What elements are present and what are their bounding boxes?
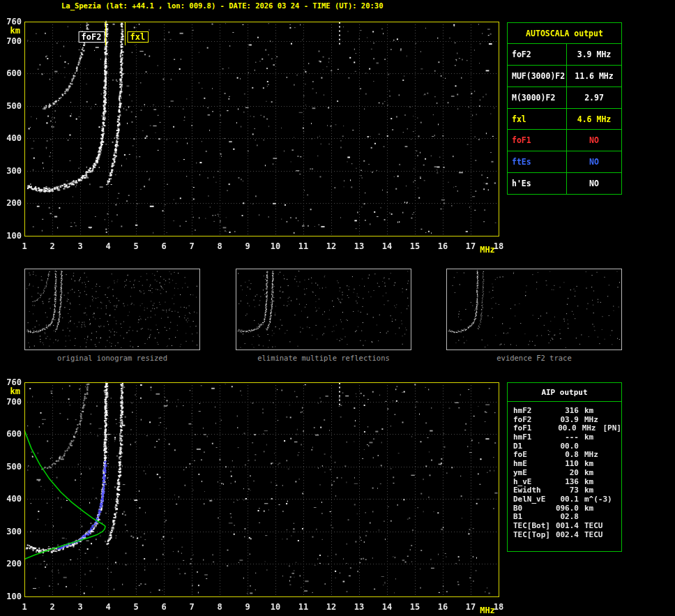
param-name: hmF2 [513, 407, 554, 416]
thumbnail-caption: evidence F2 trace [446, 354, 622, 362]
param-label: MUF(3000)F2 [508, 66, 567, 87]
param-name: DelN_vE [513, 495, 554, 504]
param-name: hmF1 [513, 433, 554, 442]
param-value: 002.4 [554, 531, 579, 540]
table-row: DelN_vE00.1m^(-3) [513, 495, 621, 504]
table-row: hmF1---km [513, 433, 621, 442]
param-value: NO [567, 151, 621, 172]
table-row: TEC[Bot]001.4TECU [513, 522, 621, 531]
param-value: 73 [554, 486, 579, 495]
param-value: 00.1 [554, 495, 579, 504]
thumbnail-caption: original ionogram resized [24, 354, 200, 362]
autoscala-output-panel: AUTOSCALA output foF23.9 MHz MUF(3000)F2… [507, 22, 622, 195]
param-value: 001.4 [554, 522, 579, 531]
param-name: Ewidth [513, 486, 554, 495]
table-row: ftEsNO [508, 151, 621, 173]
aip-output-body: hmF2316km foF203.9MHz foF100.0MHz[PN] hm… [508, 402, 621, 539]
station-title: La_Spezia (lat: +44.1 , lon: 009.8) - DA… [61, 1, 383, 10]
table-row: MUF(3000)F211.6 MHz [508, 66, 621, 87]
param-label: h'Es [508, 173, 567, 194]
param-value: 11.6 MHz [567, 66, 621, 87]
table-row: foF23.9 MHz [508, 44, 621, 66]
param-label: fxl [508, 109, 567, 130]
param-unit: km [584, 486, 593, 495]
profile-ionogram-chart [0, 377, 509, 616]
param-label: M(3000)F2 [508, 87, 567, 108]
param-value: 2.97 [567, 87, 621, 108]
autoscala-window: La_Spezia (lat: +44.1 , lon: 009.8) - DA… [0, 0, 675, 616]
param-name: TEC[Top] [513, 531, 554, 540]
param-name: TEC[Bot] [513, 522, 554, 531]
param-unit: km [584, 504, 593, 513]
thumbnail-f2-trace [446, 269, 622, 350]
table-row: hmE110km [513, 460, 621, 469]
param-name: hmE [513, 460, 554, 469]
autoscala-output-title: AUTOSCALA output [508, 23, 621, 44]
table-row: Ewidth73km [513, 486, 621, 495]
thumbnail-original-ionogram [24, 269, 200, 350]
table-row: foF1NO [508, 130, 621, 151]
param-value: 110 [554, 460, 579, 469]
table-row: TEC[Top]002.4TECU [513, 531, 621, 540]
table-row: fxl4.6 MHz [508, 109, 621, 130]
aip-output-panel: AIP output hmF2316km foF203.9MHz foF100.… [507, 382, 622, 552]
param-label: ftEs [508, 151, 567, 172]
table-row: M(3000)F22.97 [508, 87, 621, 109]
aip-output-title: AIP output [508, 383, 621, 402]
param-label: foF1 [508, 130, 567, 151]
param-unit: km [584, 433, 593, 442]
param-value: 3.9 MHz [567, 44, 621, 65]
param-unit: m^(-3) [584, 495, 612, 504]
param-unit: km [584, 407, 593, 416]
param-value: NO [567, 173, 621, 194]
thumbnail-cleaned-ionogram [236, 269, 411, 350]
param-extra: [PN] [603, 424, 622, 433]
param-unit: TECU [584, 522, 603, 531]
table-row: h'EsNO [508, 173, 621, 194]
main-ionogram-chart [0, 17, 509, 257]
param-value: --- [554, 433, 579, 442]
autoscala-output-body: foF23.9 MHz MUF(3000)F211.6 MHz M(3000)F… [508, 44, 621, 194]
param-value: 4.6 MHz [567, 109, 621, 130]
param-unit: km [584, 469, 593, 478]
param-unit: km [584, 460, 593, 469]
param-unit: TECU [584, 531, 603, 540]
table-row: hmF2316km [513, 407, 621, 416]
param-name: ymE [513, 469, 554, 478]
param-value: 20 [554, 469, 579, 478]
table-row: ymE20km [513, 469, 621, 478]
thumbnail-caption: eliminate multiple reflections [236, 354, 411, 362]
param-label: foF2 [508, 44, 567, 65]
param-value: 316 [554, 407, 579, 416]
param-value: NO [567, 130, 621, 151]
